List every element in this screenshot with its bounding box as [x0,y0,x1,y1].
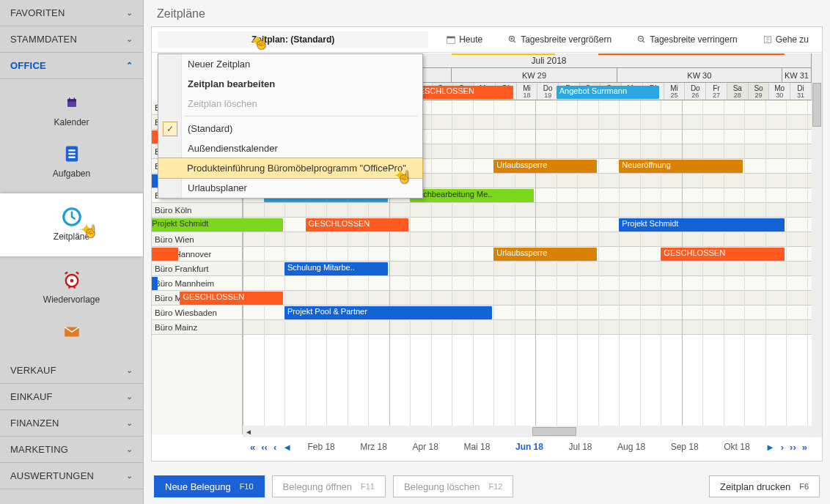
ruler-month[interactable]: Mrz 18 [360,442,387,452]
schedule-event[interactable]: Angebot Surrmann [557,86,660,99]
dropdown-item-productlaunch[interactable]: Produkteinführung Büromöbelprogramm "Off… [158,158,423,179]
nav-next-fast-icon[interactable]: ›› [787,442,799,453]
schedule-event[interactable]: GESCHLOSSEN [180,292,283,305]
office-submenu: Wiedervorlage [0,256,143,357]
ruler-month[interactable]: Feb 18 [307,442,334,452]
dropdown-item-label: Außendienstkalender [188,143,278,154]
nav-item-aufgaben[interactable]: Aufgaben [0,135,143,186]
vertical-scrollbar[interactable] [812,53,822,434]
action-label: Belegung öffnen [283,481,352,492]
day-header: Do19 [537,83,559,100]
nav-step-prev-icon[interactable]: ◄ [279,442,295,453]
today-button[interactable]: Heute [438,32,490,48]
schedule-event[interactable]: GESCHLOSSEN [306,218,409,231]
svg-rect-1 [67,99,76,101]
day-header: Mi25 [664,83,686,100]
schedule-event[interactable]: Neueröffnung [619,160,743,173]
schedule-event[interactable]: GESCHLOSSEN [152,248,178,261]
plan-dropdown-button[interactable]: Zeitplan: (Standard) [158,32,428,48]
scroll-left-icon[interactable]: ◄ [243,428,254,436]
schedule-toolbar: Zeitplan: (Standard) Heute Tagesbreite v… [152,27,822,53]
ruler-month[interactable]: Aug 18 [617,442,645,452]
schedule-event[interactable]: Urlaubssperre [493,160,597,173]
schedule-event[interactable]: Eröffnung Heinze .. [452,53,555,55]
sidebar-section-einkauf[interactable]: EINKAUF ⌄ [0,384,143,410]
dropdown-item-label: Urlaubsplaner [188,182,247,193]
delete-occupancy-button: Belegung löschen F12 [393,475,513,497]
scroll-thumb[interactable] [532,427,576,436]
nav-next-icon[interactable]: › [778,442,787,453]
goto-button[interactable]: Gehe zu [755,32,816,48]
svg-point-10 [70,279,73,283]
action-label: Neue Belegung [165,481,231,492]
resource-label: Büro Köln [152,203,242,218]
nav-item-more[interactable] [0,312,143,350]
sidebar-section-finanzen[interactable]: FINANZEN ⌄ [0,410,143,437]
schedule-event[interactable]: Projekt Müller KG [152,277,158,290]
schedule-event[interactable]: Schulung Mitarbe.. [284,262,388,275]
schedule-event[interactable]: Projekt Schmidt [619,218,785,231]
dropdown-item-label: Zeitplan löschen [188,98,257,109]
zoom-in-button[interactable]: Tagesbreite vergrößern [500,32,619,48]
sidebar: FAVORITEN ⌄ STAMMDATEN ⌄ OFFICE ⌃ Kalend… [0,0,144,504]
schedule-event[interactable]: Projekt Müller KG [152,174,158,188]
schedule-event[interactable]: Urlaubssperre [493,248,597,261]
nav-prev-icon[interactable]: ‹ [271,442,279,453]
nav-item-kalender[interactable]: Kalender [0,84,143,135]
week-label: KW 31 [782,68,812,82]
ruler-month[interactable]: Okt 18 [724,442,749,452]
day-header: Sa28 [727,83,749,100]
sidebar-section-label: AUSWERTUNGEN [10,470,94,481]
sidebar-section-label: STAMMDATEN [10,34,77,45]
nav-step-next-icon[interactable]: ► [763,442,778,453]
nav-item-zeitplaene[interactable]: Zeitpläne [0,198,143,249]
nav-item-wiedervorlage[interactable]: Wiedervorlage [0,261,143,312]
chevron-up-icon: ⌃ [126,61,133,70]
horizontal-scrollbar[interactable]: ◄ ► [243,426,822,437]
ruler-month[interactable]: Apr 18 [413,442,438,452]
print-plan-button[interactable]: Zeitplan drucken F6 [709,475,820,497]
nav-first-icon[interactable]: « [247,442,258,453]
action-key: F11 [361,482,375,491]
ruler-month[interactable]: Jul 18 [569,442,592,452]
scroll-thumb[interactable] [812,83,821,127]
sidebar-section-label: FINANZEN [10,418,59,429]
action-bar: Neue Belegung F10 Belegung öffnen F11 Be… [144,469,830,504]
ruler-month[interactable]: Sep 18 [671,442,699,452]
nav-prev-fast-icon[interactable]: ‹‹ [258,442,271,453]
dropdown-item-label: Produkteinführung Büromöbelprogramm "Off… [187,163,406,174]
chevron-down-icon: ⌄ [126,392,133,401]
day-header: Mo30 [769,83,790,100]
chevron-down-icon: ⌄ [126,34,133,44]
svg-rect-15 [447,37,455,38]
sidebar-section-stammdaten[interactable]: STAMMDATEN ⌄ [0,26,143,53]
mail-icon [60,319,84,343]
schedule-event[interactable]: GESCHLOSSEN [598,53,785,55]
dropdown-item-vacation[interactable]: Urlaubsplaner [158,178,422,198]
sidebar-section-auswertungen[interactable]: AUSWERTUNGEN ⌄ [0,463,143,489]
dropdown-item-standard[interactable]: ✓ (Standard) [158,119,422,138]
schedule-event[interactable]: Nachbearbeitung Me.. [410,189,534,202]
dropdown-item-fieldcalendar[interactable]: Außendienstkalender [158,138,422,158]
schedule-event[interactable]: Planung Projekt Schmidt [152,218,283,231]
schedule-event[interactable]: GESCHLOSSEN [661,248,785,261]
tasks-icon [60,142,84,166]
sidebar-section-favoriten[interactable]: FAVORITEN ⌄ [0,0,143,26]
ruler-month[interactable]: Jun 18 [515,442,543,452]
schedule-event[interactable]: GESCHLOSSEN [152,130,158,144]
sidebar-section-verkauf[interactable]: VERKAUF ⌄ [0,357,143,384]
sidebar-section-marketing[interactable]: MARKETING ⌄ [0,437,143,463]
nav-last-icon[interactable]: » [799,442,810,453]
dropdown-item-new-plan[interactable]: Neuer Zeitplan [158,54,422,74]
resource-label: Büro Wiesbaden [152,305,242,320]
svg-rect-2 [69,97,70,100]
schedule-event[interactable]: Projekt Pool & Partner [284,306,492,319]
dropdown-item-label: (Standard) [188,123,232,134]
sidebar-section-office[interactable]: OFFICE ⌃ [0,53,143,79]
action-key: F10 [240,482,254,491]
new-occupancy-button[interactable]: Neue Belegung F10 [154,475,265,497]
ruler-month[interactable]: Mai 18 [463,442,490,452]
dropdown-item-edit-plan[interactable]: Zeitplan bearbeiten [158,74,422,94]
schedule-event[interactable]: GESCHLOSSEN [410,86,513,99]
zoom-out-button[interactable]: Tagesbreite verringern [629,32,744,48]
